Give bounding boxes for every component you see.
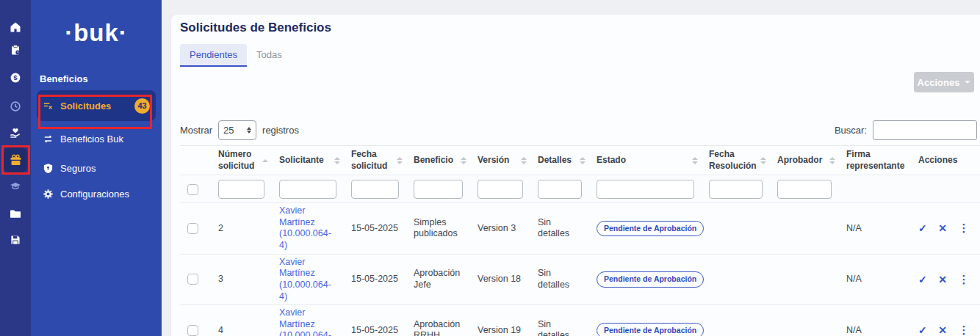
status-badge: Pendiente de Aprobación (597, 221, 704, 236)
shield-icon (43, 163, 54, 174)
cell-fecha: 15-05-2025 (344, 254, 406, 305)
folder-icon[interactable] (10, 208, 21, 219)
buk-logo: ·buk· (31, 19, 162, 47)
col-header-version[interactable]: Versión (470, 146, 530, 175)
table-row: 4 Xavier Martínez(10.000.064-4) 15-05-20… (180, 305, 980, 336)
gear-icon (43, 189, 54, 200)
filter-fecha-input[interactable] (351, 180, 399, 199)
hand-heart-icon[interactable] (10, 127, 21, 139)
cell-aprobador (770, 203, 839, 255)
select-all-checkbox[interactable] (187, 184, 198, 195)
filter-beneficio-input[interactable] (414, 180, 463, 199)
cell-firma: N/A (839, 254, 911, 305)
more-actions-kebab-icon[interactable]: ⋮ (958, 273, 969, 285)
col-header-detalles[interactable]: Detalles (530, 146, 589, 175)
page-size-select[interactable]: 25 (218, 120, 256, 140)
col-header-numero[interactable]: Número solicitud (211, 146, 272, 175)
table-controls: Mostrar 25 registros Buscar: (180, 120, 977, 140)
benefits-gift-rail-tile[interactable] (4, 147, 27, 172)
cell-detalles: Sin detalles (530, 305, 589, 336)
cell-detalles: Sin detalles (530, 203, 589, 255)
approve-check-icon[interactable]: ✓ (918, 324, 927, 336)
col-header-acciones: Acciones (911, 146, 980, 175)
save-disk-icon[interactable] (10, 234, 21, 246)
updown-carets-icon (247, 127, 251, 134)
history-clock-icon[interactable] (10, 101, 21, 112)
cell-fecha-resolucion (702, 305, 770, 336)
graduation-cap-icon[interactable] (10, 180, 21, 192)
solicitudes-count-badge: 43 (134, 98, 150, 114)
table-header-row: Número solicitud Solicitante Fecha solic… (180, 146, 980, 175)
filter-estado-input[interactable] (597, 180, 694, 199)
sidebar-item-seguros[interactable]: Seguros (37, 155, 156, 181)
solicitante-link[interactable]: Xavier Martínez(10.000.064-4) (279, 307, 331, 336)
filter-solicitante-input[interactable] (279, 180, 336, 199)
row-checkbox[interactable] (187, 325, 198, 336)
cell-detalles: Sin detalles (530, 254, 589, 305)
more-actions-kebab-icon[interactable]: ⋮ (958, 324, 969, 336)
cell-acciones: ✓ ✕ ⋮ (911, 203, 980, 255)
tab-todas[interactable]: Todas (247, 44, 292, 67)
cell-aprobador (770, 305, 839, 336)
cell-estado: Pendiente de Aprobación (589, 203, 702, 255)
col-header-solicitante[interactable]: Solicitante (272, 146, 344, 175)
approve-check-icon[interactable]: ✓ (918, 222, 927, 234)
cell-estado: Pendiente de Aprobación (589, 254, 702, 305)
home-icon[interactable] (10, 21, 21, 33)
clipboard-clock-icon[interactable] (10, 44, 21, 56)
sidebar-item-beneficios-buk[interactable]: Beneficios Buk (37, 125, 156, 152)
sidebar: ·buk· Beneficios Solicitudes 43 Benefici… (31, 0, 162, 336)
icon-rail: $ (0, 0, 31, 336)
col-header-aprobador[interactable]: Aprobador (770, 146, 839, 175)
col-header-beneficio[interactable]: Beneficio (406, 146, 470, 175)
reject-x-icon[interactable]: ✕ (938, 222, 947, 234)
col-header-fecha-resolucion[interactable]: Fecha Resolución (702, 146, 770, 175)
cell-beneficio: Aprobación RRHH (406, 305, 470, 336)
filter-fecha-resolucion-input[interactable] (709, 180, 763, 199)
cell-beneficio: Aprobación Jefe (406, 254, 470, 305)
benefits-gift-icon (10, 154, 22, 167)
cell-fecha: 15-05-2025 (344, 305, 406, 336)
cell-aprobador (770, 254, 839, 305)
cell-firma: N/A (839, 203, 911, 255)
cell-estado: Pendiente de Aprobación (589, 305, 702, 336)
row-checkbox[interactable] (187, 274, 198, 285)
payments-dollar-icon[interactable]: $ (10, 72, 21, 84)
acciones-button[interactable]: Acciones (914, 72, 974, 92)
status-badge: Pendiente de Aprobación (597, 271, 704, 287)
status-badge: Pendiente de Aprobación (597, 323, 704, 336)
tab-bar: Pendientes Todas (180, 44, 292, 67)
records-label: registros (262, 125, 299, 136)
more-actions-kebab-icon[interactable]: ⋮ (958, 222, 969, 234)
cell-solicitante: Xavier Martínez(10.000.064-4) (272, 254, 344, 305)
solicitudes-table: Número solicitud Solicitante Fecha solic… (180, 145, 980, 336)
sidebar-item-solicitudes[interactable]: Solicitudes 43 (37, 90, 156, 121)
sidebar-item-label: Solicitudes (60, 101, 111, 112)
filter-numero-input[interactable] (218, 180, 264, 199)
cell-numero: 2 (211, 203, 272, 255)
solicitante-link[interactable]: Xavier Martínez(10.000.064-4) (279, 205, 331, 250)
solicitante-link[interactable]: Xavier Martínez(10.000.064-4) (279, 257, 331, 302)
filter-detalles-input[interactable] (538, 180, 582, 199)
sidebar-item-configuraciones[interactable]: Configuraciones (37, 180, 156, 207)
cell-fecha: 15-05-2025 (344, 203, 406, 255)
cell-numero: 3 (211, 254, 272, 305)
acciones-button-label: Acciones (918, 77, 960, 88)
reject-x-icon[interactable]: ✕ (938, 274, 947, 285)
filter-aprobador-input[interactable] (777, 180, 832, 199)
cell-acciones: ✓ ✕ ⋮ (911, 254, 980, 305)
search-label: Buscar: (835, 125, 867, 136)
search-input[interactable] (873, 120, 977, 140)
approve-check-icon[interactable]: ✓ (918, 274, 927, 285)
col-header-fecha-solicitud[interactable]: Fecha solicitud (344, 146, 406, 175)
filter-version-input[interactable] (478, 180, 523, 199)
chevron-down-icon (965, 81, 970, 84)
cell-fecha-resolucion (702, 203, 770, 255)
table-row: 2 Xavier Martínez(10.000.064-4) 15-05-20… (180, 203, 980, 255)
sidebar-item-label: Seguros (60, 163, 96, 174)
row-checkbox[interactable] (187, 223, 198, 234)
cell-solicitante: Xavier Martínez(10.000.064-4) (272, 203, 344, 255)
tab-pendientes[interactable]: Pendientes (180, 44, 247, 67)
reject-x-icon[interactable]: ✕ (938, 324, 947, 336)
col-header-estado[interactable]: Estado (589, 146, 702, 175)
